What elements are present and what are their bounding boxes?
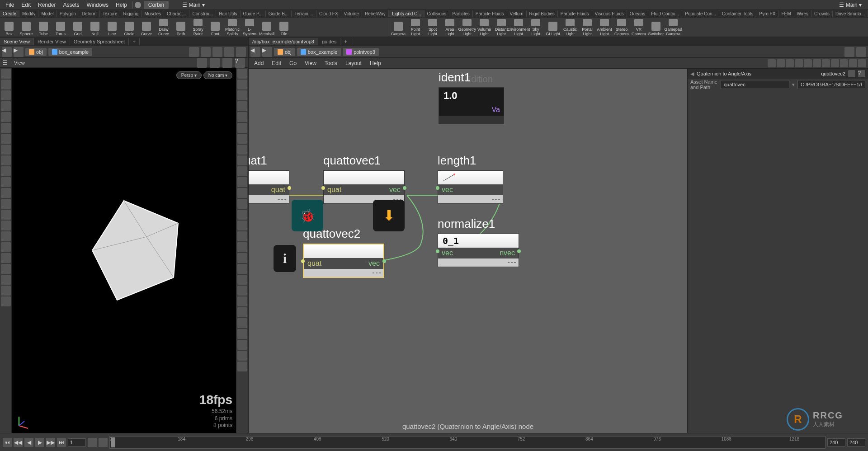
next-key-icon[interactable]: ▶▶ bbox=[46, 438, 55, 447]
nm-add[interactable]: Add bbox=[250, 59, 267, 67]
node-quattovec2[interactable]: quattovec2 quatvec bbox=[303, 227, 384, 278]
vp-right-tool-7[interactable] bbox=[237, 145, 247, 155]
shelf-tab-populatecon[interactable]: Populate Con... bbox=[682, 10, 719, 17]
view-menu-icon[interactable]: ☰ bbox=[3, 60, 8, 66]
shelf-tab-lightsandc[interactable]: Lights and C... bbox=[389, 10, 424, 17]
tool-lsystem[interactable]: L-System bbox=[241, 19, 258, 36]
menu-windows[interactable]: Windows bbox=[83, 1, 112, 9]
menu-help[interactable]: Help bbox=[112, 1, 131, 9]
range-end-input[interactable] bbox=[847, 438, 865, 446]
nm-icon-8[interactable] bbox=[831, 59, 839, 67]
tool-environmentlight[interactable]: Environment Light bbox=[510, 19, 527, 36]
vp-right-tool-2[interactable] bbox=[237, 90, 247, 100]
vp-left-tool-14[interactable] bbox=[1, 221, 11, 230]
menu-file[interactable]: File bbox=[2, 1, 18, 9]
nm-icon-4[interactable] bbox=[795, 59, 803, 67]
tool-causticlight[interactable]: Caustic Light bbox=[562, 19, 578, 36]
tool-pointlight[interactable]: Point Light bbox=[407, 19, 424, 36]
vp-left-tool-10[interactable] bbox=[1, 177, 11, 187]
camera-selector[interactable]: No cam ▾ bbox=[203, 71, 232, 79]
handle1-icon[interactable] bbox=[197, 58, 207, 68]
back-icon[interactable]: ◀ bbox=[2, 47, 12, 57]
nm-edit[interactable]: Edit bbox=[268, 59, 285, 67]
shelf-tab-pyrofx[interactable]: Pyro FX bbox=[756, 10, 778, 17]
shelf-tab-guidep[interactable]: Guide P... bbox=[241, 10, 266, 17]
tool-line[interactable]: Line bbox=[104, 19, 120, 36]
vp-right-tool-1[interactable] bbox=[237, 80, 247, 89]
vp-right-tool-13[interactable] bbox=[237, 210, 247, 220]
shelf-tab-particlefluids[interactable]: Particle Fluids bbox=[558, 10, 592, 17]
search-input[interactable] bbox=[721, 80, 789, 89]
fwd-icon[interactable]: ▶ bbox=[14, 47, 24, 57]
tab-scene-view[interactable]: Scene View bbox=[0, 38, 34, 45]
port-in[interactable] bbox=[436, 249, 439, 253]
node-quattovec1[interactable]: quattovec1 quatvec bbox=[323, 154, 405, 204]
shelf-tab-volume[interactable]: Volume bbox=[341, 10, 362, 17]
shelf-tab-charact[interactable]: Charact... bbox=[164, 10, 189, 17]
shelf-tab-fem[interactable]: FEM bbox=[778, 10, 794, 17]
shelf-tab-modify[interactable]: Modify bbox=[19, 10, 38, 17]
net-pin-icon[interactable] bbox=[844, 47, 854, 57]
net-back-icon[interactable]: ◀ bbox=[250, 47, 260, 57]
desktop-selector[interactable]: ☰ Main ▾ bbox=[178, 1, 209, 9]
vp-left-tool-20[interactable] bbox=[1, 286, 11, 296]
tool-font[interactable]: Font bbox=[207, 19, 223, 36]
net-path-vop[interactable]: pointvop3 bbox=[343, 48, 379, 56]
vp-left-tool-13[interactable] bbox=[1, 210, 11, 220]
shelf-tab-wires[interactable]: Wires bbox=[794, 10, 812, 17]
tab-add[interactable]: + bbox=[129, 38, 139, 45]
nm-layout[interactable]: Layout bbox=[342, 59, 365, 67]
shelf-tab-fluidcontai[interactable]: Fluid Contai... bbox=[648, 10, 682, 17]
shelf-tab-create[interactable]: Create bbox=[0, 10, 19, 17]
nm-icon-6[interactable] bbox=[813, 59, 821, 67]
tab-guides[interactable]: guides bbox=[318, 38, 340, 45]
vp-left-tool-5[interactable] bbox=[1, 123, 11, 133]
viewport-3d[interactable]: Persp ▾ No cam ▾ 18fps 56.52ms 6 prims 8… bbox=[12, 68, 236, 433]
vp-right-tool-3[interactable] bbox=[237, 101, 247, 111]
net-fwd-icon[interactable]: ▶ bbox=[262, 47, 272, 57]
play-back-icon[interactable]: ◀ bbox=[24, 438, 33, 447]
vp-left-tool-3[interactable] bbox=[1, 101, 11, 111]
tool-gilight[interactable]: GI Light bbox=[545, 19, 561, 36]
vp-left-tool-7[interactable] bbox=[1, 145, 11, 155]
vp-right-tool-26[interactable] bbox=[237, 351, 247, 361]
shelf-tab-constrai[interactable]: Constrai... bbox=[189, 10, 216, 17]
vp-right-tool-22[interactable] bbox=[237, 307, 247, 317]
shelf-tab-rigidbodies[interactable]: Rigid Bodies bbox=[527, 10, 558, 17]
loop-icon[interactable] bbox=[99, 438, 108, 447]
tool-null[interactable]: Null bbox=[87, 19, 103, 36]
vp-left-tool-4[interactable] bbox=[1, 112, 11, 122]
net-eye-icon[interactable] bbox=[856, 47, 866, 57]
vp-right-tool-11[interactable] bbox=[237, 188, 247, 198]
zoom-out-icon[interactable] bbox=[858, 59, 866, 67]
net-path-box[interactable]: box_example bbox=[297, 48, 341, 56]
port-in[interactable] bbox=[321, 186, 325, 190]
shelf-tab-terrain[interactable]: Terrain ... bbox=[292, 10, 316, 17]
shelf-tab-particles[interactable]: Particles bbox=[449, 10, 472, 17]
shelf-tab-crowds[interactable]: Crowds bbox=[811, 10, 833, 17]
zoom-in-icon[interactable] bbox=[849, 59, 857, 67]
nm-icon-5[interactable] bbox=[804, 59, 812, 67]
shelf-tab-cloudfx[interactable]: Cloud FX bbox=[316, 10, 341, 17]
shelf-tab-containertools[interactable]: Container Tools bbox=[719, 10, 756, 17]
nm-tools[interactable]: Tools bbox=[321, 59, 341, 67]
vp-right-tool-27[interactable] bbox=[237, 362, 247, 371]
vp-left-tool-8[interactable] bbox=[1, 155, 11, 165]
net-path-obj[interactable]: obj bbox=[274, 48, 295, 56]
vp-left-tool-16[interactable] bbox=[1, 242, 11, 252]
tab-pointvop[interactable]: /obj/box_example/pointvop3 bbox=[249, 38, 318, 45]
tool-portallight[interactable]: Portal Light bbox=[579, 19, 595, 36]
tool-gamepadcamera[interactable]: Gamepad Camera bbox=[665, 19, 681, 36]
tool-torus[interactable]: Torus bbox=[52, 19, 69, 36]
tool-skylight[interactable]: Sky Light bbox=[528, 19, 544, 36]
shelf-tab-hairutils[interactable]: Hair Utils bbox=[216, 10, 241, 17]
vp-left-tool-11[interactable] bbox=[1, 188, 11, 198]
desktop-selector-right[interactable]: ☰ Main ▾ bbox=[835, 1, 866, 9]
vp-right-tool-0[interactable] bbox=[237, 69, 247, 79]
node-ident1[interactable]: ident1 1.0 Va bbox=[439, 70, 504, 124]
tool-volumelight[interactable]: Volume Light bbox=[476, 19, 492, 36]
shelf-tab-vellum[interactable]: Vellum bbox=[507, 10, 527, 17]
tool-spraypaint[interactable]: Spray Paint bbox=[190, 19, 206, 36]
node-uat1[interactable]: uat1 quat bbox=[249, 154, 289, 204]
tool-path[interactable]: Path bbox=[173, 19, 189, 36]
